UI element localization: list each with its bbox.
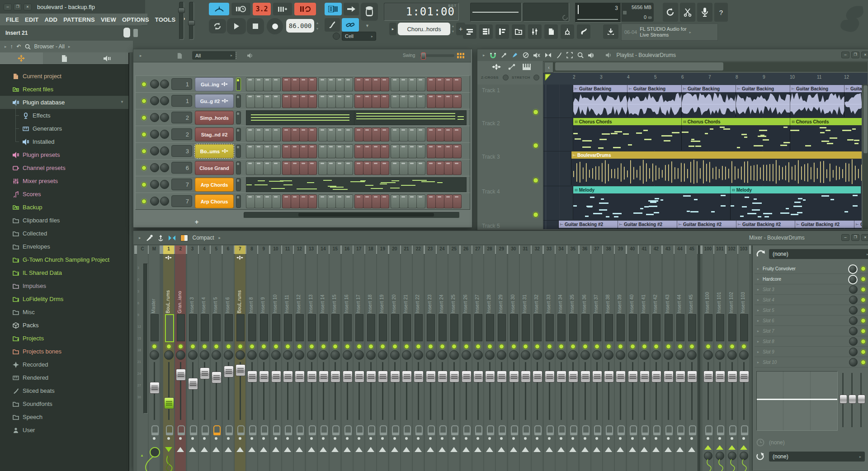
- mixer-strip-12[interactable]: 12Insert 12: [294, 245, 305, 471]
- strip-record-dot[interactable]: [667, 437, 670, 440]
- mixer-strip-6[interactable]: 6Insert 6: [223, 245, 234, 471]
- step-cell[interactable]: [380, 144, 389, 158]
- step-cell[interactable]: [363, 77, 372, 91]
- strip-number[interactable]: 28: [484, 245, 495, 254]
- strip-mute-led[interactable]: [261, 344, 266, 349]
- note-preview[interactable]: [246, 110, 467, 125]
- strip-record-dot[interactable]: [262, 437, 265, 440]
- strip-mute-led[interactable]: [428, 344, 433, 349]
- channel-volume-knob[interactable]: [160, 163, 169, 172]
- fx-slot-arrow[interactable]: ▸: [757, 267, 759, 271]
- step-cell[interactable]: [427, 94, 436, 108]
- step-cell[interactable]: [282, 194, 291, 208]
- step-cell[interactable]: [263, 161, 272, 175]
- strip-mute-led[interactable]: [202, 344, 207, 349]
- step-cell[interactable]: [408, 144, 417, 158]
- strip-fader-handle[interactable]: [176, 369, 186, 381]
- strip-pan-knob[interactable]: [628, 350, 637, 360]
- strip-record-dot[interactable]: [718, 437, 721, 440]
- clip-guitar-backing-#2[interactable]: ⊢Guitar Backing #2: [736, 221, 796, 229]
- strip-mute-led[interactable]: [666, 344, 671, 349]
- strip-input-icon[interactable]: [166, 425, 173, 435]
- step-cell[interactable]: [344, 94, 353, 108]
- step-cell[interactable]: [263, 127, 272, 141]
- channel-target-slider[interactable]: [236, 145, 241, 158]
- channel-pan-knob[interactable]: [150, 146, 159, 155]
- strip-route-arrow[interactable]: [510, 447, 517, 452]
- strip-mute-led[interactable]: [357, 344, 362, 349]
- clip-guitar-backing[interactable]: ⊢Guitar Backing: [627, 85, 682, 117]
- strip-route-arrow[interactable]: [474, 447, 481, 452]
- menu-item-options[interactable]: OPTIONS: [122, 16, 149, 23]
- strip-route-arrow[interactable]: [462, 447, 470, 452]
- menu-item-patterns[interactable]: PATTERNS: [63, 16, 95, 23]
- minimize-button[interactable]: –: [4, 4, 12, 10]
- step-cell[interactable]: [435, 94, 444, 108]
- channel-target-slider[interactable]: [236, 78, 241, 91]
- step-cell[interactable]: [380, 94, 389, 108]
- clip-melody[interactable]: ⊟Melody: [573, 186, 731, 220]
- channel-button-gu-g-#2[interactable]: Gu..g #2: [195, 94, 234, 108]
- mixer-minimize-button[interactable]: –: [841, 234, 849, 241]
- strip-number[interactable]: 45: [686, 245, 697, 254]
- fx-slot-arrow[interactable]: ▸: [757, 308, 759, 312]
- step-cell[interactable]: [308, 77, 317, 91]
- toggle-touch-keyboard-panel[interactable]: [577, 24, 590, 39]
- strip-pan-knob[interactable]: [271, 350, 281, 360]
- clip-guitar-backing[interactable]: ⊢Guitar Backing: [844, 85, 862, 117]
- strip-mute-led[interactable]: [717, 344, 722, 349]
- strip-number[interactable]: 2: [175, 245, 186, 254]
- mixer-strip-40[interactable]: 40Insert 40: [627, 245, 638, 471]
- strip-route-arrow[interactable]: [665, 447, 672, 452]
- strip-input-icon[interactable]: [428, 425, 435, 435]
- strip-fader-handle[interactable]: [390, 371, 400, 382]
- strip-pan-knob[interactable]: [640, 350, 649, 360]
- strip-pan-knob[interactable]: [200, 350, 209, 360]
- step-cell[interactable]: [263, 94, 272, 108]
- strip-fader-handle[interactable]: [651, 371, 661, 382]
- strip-mute-led[interactable]: [345, 344, 350, 349]
- strip-pan-knob[interactable]: [592, 350, 602, 360]
- strip-mute-led[interactable]: [274, 344, 278, 349]
- clip-chorus-chords[interactable]: ⊟Chorus Chords: [573, 118, 682, 151]
- strip-number[interactable]: 9: [258, 245, 269, 254]
- strip-route-arrow[interactable]: [688, 447, 695, 452]
- strip-number[interactable]: 8: [246, 245, 257, 254]
- strip-input-icon[interactable]: [285, 425, 292, 435]
- strip-route-arrow[interactable]: [486, 447, 493, 452]
- mixer-strip-34[interactable]: 34Insert 34: [556, 245, 566, 471]
- fx-slot-5[interactable]: ▸Slot 5: [755, 305, 868, 316]
- strip-number[interactable]: 43: [663, 245, 674, 254]
- rack-menu-arrow[interactable]: ▸: [140, 53, 142, 58]
- strip-number[interactable]: 24: [437, 245, 448, 254]
- mixer-strip-24[interactable]: 24Insert 24: [437, 245, 448, 471]
- channel-mixer-track-number[interactable]: 3: [171, 145, 192, 157]
- add-channel-button[interactable]: +: [192, 218, 201, 226]
- step-cell[interactable]: [255, 127, 264, 141]
- channel-volume-knob[interactable]: [160, 130, 169, 139]
- strip-record-dot[interactable]: [524, 437, 527, 440]
- step-cell[interactable]: [344, 144, 353, 158]
- strip-route-arrow[interactable]: [557, 447, 565, 452]
- clip-guitar-backing[interactable]: ⊢Guitar Backing: [681, 85, 736, 117]
- master-volume-slider[interactable]: [179, 2, 184, 40]
- strip-route-arrow[interactable]: [676, 447, 684, 452]
- strip-fader-handle[interactable]: [628, 371, 638, 382]
- mixer-strip-14[interactable]: 14Insert 14: [318, 245, 329, 471]
- step-cell[interactable]: [308, 144, 317, 158]
- strip-fader-handle[interactable]: [378, 371, 388, 382]
- tab-plugins[interactable]: [85, 52, 128, 64]
- strip-number[interactable]: 15: [330, 245, 340, 254]
- step-cell[interactable]: [372, 127, 381, 141]
- strip-input-icon[interactable]: [297, 425, 304, 435]
- strip-input-icon[interactable]: [404, 425, 411, 435]
- step-cell[interactable]: [391, 94, 400, 108]
- strip-input-icon[interactable]: [594, 425, 601, 435]
- browser-item-mixer-presets[interactable]: Mixer presets: [0, 174, 128, 188]
- fx-slot-mix-knob[interactable]: [849, 306, 858, 315]
- strip-number[interactable]: 100: [703, 245, 713, 254]
- step-cell[interactable]: [363, 127, 372, 141]
- strip-record-dot[interactable]: [322, 437, 325, 440]
- strip-input-icon[interactable]: [487, 425, 494, 435]
- step-cell[interactable]: [335, 161, 344, 175]
